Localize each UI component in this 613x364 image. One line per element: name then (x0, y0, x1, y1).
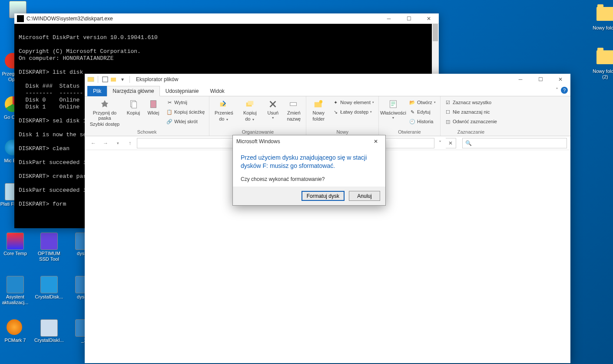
minimize-button[interactable]: ─ (510, 74, 530, 85)
scrollbar-thumb[interactable] (433, 24, 438, 41)
history-button[interactable]: 🕘Historia (408, 117, 437, 126)
group-clipboard-label: Schowek (87, 128, 206, 136)
invert-selection-button[interactable]: ◫Odwróć zaznaczenie (443, 117, 499, 126)
tab-file[interactable]: Plik (87, 86, 107, 96)
newfolder-icon (313, 99, 324, 109)
desktop-icon-newfolder2[interactable]: Nowy fold... (2) (590, 50, 613, 80)
desktop-icon-label: CrystalDisk... (34, 294, 64, 300)
search-box[interactable]: 🔍 (462, 138, 567, 148)
svg-rect-5 (151, 101, 156, 108)
tab-home[interactable]: Narzędzia główne (107, 86, 159, 96)
dialog-title: Microsoft Windows (236, 138, 280, 144)
svg-rect-1 (103, 77, 108, 82)
cmd-title: C:\WINDOWS\system32\diskpart.exe (27, 16, 379, 22)
cut-button[interactable]: ✂Wytnij (165, 98, 206, 107)
selectnone-icon: ☐ (445, 109, 451, 115)
ribbon: Przypnij do paska Szybki dostęp Kopiuj W… (85, 96, 570, 136)
moveto-icon (219, 99, 229, 109)
delete-icon (268, 99, 278, 109)
tab-view[interactable]: Widok (204, 86, 230, 96)
format-disk-dialog[interactable]: Microsoft Windows ✕ Przed użyciem dysku … (232, 135, 386, 206)
svg-rect-4 (132, 102, 136, 108)
maximize-button[interactable]: ☐ (530, 74, 550, 85)
help-icon[interactable]: ? (561, 87, 568, 94)
selectall-icon: ☑ (445, 99, 451, 105)
close-button[interactable]: ✕ (419, 13, 439, 24)
search-icon: 🔍 (465, 140, 472, 146)
maximize-button[interactable]: ☐ (399, 13, 419, 24)
select-all-button[interactable]: ☑Zaznacz wszystko (443, 98, 499, 107)
copy-path-button[interactable]: 📋Kopiuj ścieżkę (165, 108, 206, 116)
desktop-icon-label: Nowy fold... (590, 25, 613, 31)
desktop-icon-label: OPTIMUM SSD Tool (34, 251, 64, 262)
tab-share[interactable]: Udostępnianie (160, 86, 205, 96)
paste-button[interactable]: Wklej (145, 97, 162, 115)
edit-icon: ✎ (409, 109, 415, 115)
cut-icon: ✂ (166, 99, 172, 105)
properties-button[interactable]: Właściwości ▼ (381, 97, 405, 119)
new-item-button[interactable]: ✦Nowy element ▾ (331, 98, 376, 107)
easy-access-button[interactable]: ↘Łatwy dostęp ▾ (331, 108, 376, 116)
desktop-icon-label: Nowy fold... (2) (590, 69, 613, 80)
dialog-close-button[interactable]: ✕ (370, 135, 382, 148)
paste-icon (148, 99, 159, 109)
desktop-icon-label: Asystent aktualizacj... (0, 294, 30, 305)
dialog-titlebar[interactable]: Microsoft Windows ✕ (233, 135, 385, 148)
svg-rect-12 (390, 101, 397, 108)
properties-icon (388, 99, 398, 109)
svg-rect-8 (248, 101, 254, 105)
edit-button[interactable]: ✎Edytuj (408, 108, 437, 116)
group-select-label: Zaznaczanie (443, 128, 499, 136)
rename-button[interactable]: Zmień nazwę (284, 97, 303, 121)
pin-to-quick-access-button[interactable]: Przypnij do paska Szybki dostęp (87, 97, 122, 127)
explorer-title: Eksplorator plików (134, 76, 510, 82)
desktop-icon-coretemp[interactable]: Core Temp (0, 233, 30, 256)
desktop-icon-assistant[interactable]: Asystent aktualizacj... (0, 276, 30, 305)
file-explorer-window[interactable]: ▾ Eksplorator plików ─ ☐ ✕ Plik Narzędzi… (85, 74, 570, 363)
paste-shortcut-button[interactable]: 🔗Wklej skrót (165, 117, 206, 126)
delete-button[interactable]: Usuń ▼ (264, 97, 282, 119)
cancel-button[interactable]: Anuluj (349, 191, 380, 201)
copy-button[interactable]: Kopiuj (125, 97, 142, 115)
forward-button[interactable]: → (100, 138, 111, 148)
address-refresh-button[interactable]: ✕ (446, 138, 456, 148)
dialog-main-text: Przed użyciem dysku znajdującego się w s… (241, 154, 378, 170)
desktop-icon-newfolder1[interactable]: Nowy fold... (590, 7, 613, 31)
copypath-icon: 📋 (166, 109, 172, 115)
format-disk-button[interactable]: Formatuj dysk (302, 191, 345, 201)
desktop-icon-optimum[interactable]: OPTIMUM SSD Tool (34, 233, 64, 262)
desktop-icon-label: PCMark 7 (0, 338, 30, 343)
qat-properties-icon[interactable] (102, 76, 109, 83)
history-icon: 🕘 (409, 118, 415, 125)
recent-dropdown[interactable]: ▾ (113, 138, 123, 148)
svg-rect-2 (111, 78, 116, 82)
desktop-icon-label: Core Temp (0, 251, 30, 256)
cmd-titlebar[interactable]: C:\WINDOWS\system32\diskpart.exe ─ ☐ ✕ (14, 13, 439, 24)
group-open-label: Otwieranie (381, 128, 437, 136)
invert-icon: ◫ (445, 118, 451, 125)
up-button[interactable]: ↑ (125, 138, 135, 148)
close-button[interactable]: ✕ (550, 74, 570, 85)
move-to-button[interactable]: Przenieś do ▼ (212, 97, 235, 121)
qat-newfolder-icon[interactable] (110, 76, 117, 83)
ribbon-collapse-icon[interactable]: ˄ (556, 87, 558, 93)
desktop-icon-pcmark[interactable]: PCMark 7 (0, 319, 30, 343)
desktop-icon-crystaldisk1[interactable]: CrystalDisk... (34, 276, 64, 300)
dialog-sub-text: Czy chcesz wykonać formatowanie? (241, 176, 378, 182)
copyto-icon (245, 99, 255, 109)
select-none-button[interactable]: ☐Nie zaznaczaj nic (443, 108, 499, 116)
pin-icon (99, 99, 110, 109)
newitem-icon: ✦ (332, 99, 338, 105)
desktop-icon-label: CrystalDiskI... (34, 338, 64, 343)
explorer-titlebar[interactable]: ▾ Eksplorator plików ─ ☐ ✕ (85, 74, 570, 85)
cmd-icon (17, 15, 24, 22)
address-dropdown[interactable]: ˅ (436, 140, 444, 146)
back-button[interactable]: ← (88, 138, 99, 148)
desktop-icon-crystaldisk2[interactable]: CrystalDiskI... (34, 319, 64, 343)
qat-dropdown-icon[interactable]: ▾ (119, 76, 126, 83)
pastelink-icon: 🔗 (166, 118, 172, 125)
new-folder-button[interactable]: Nowy folder (309, 97, 328, 121)
open-button[interactable]: 📂Otwórz ▾ (408, 98, 437, 107)
minimize-button[interactable]: ─ (379, 13, 399, 24)
copy-to-button[interactable]: Kopiuj do ▼ (238, 97, 262, 121)
